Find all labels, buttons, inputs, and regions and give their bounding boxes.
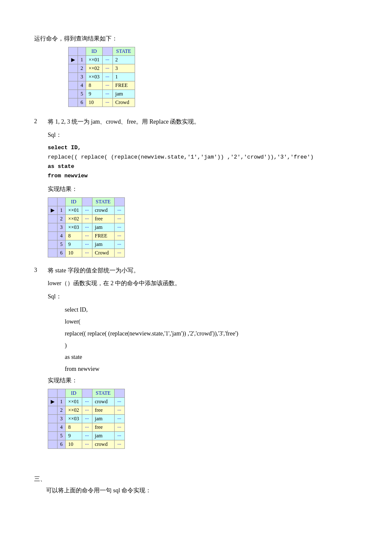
- item2-sql-block: select ID, replace(( replace( (replace(n…: [48, 143, 366, 181]
- table-row-dots: ···: [102, 81, 112, 90]
- row-number: 6: [58, 440, 66, 449]
- table-row-state-dots: ···: [114, 398, 124, 406]
- table-row-state-dots: ···: [114, 214, 124, 223]
- table-row-state: free: [92, 423, 114, 432]
- row-arrow: [48, 406, 58, 415]
- row-number: 3: [78, 73, 86, 81]
- row-number: 5: [78, 90, 86, 98]
- row-number: 4: [58, 423, 66, 432]
- table1-header-state: STATE: [112, 47, 135, 56]
- item2-result-label: 实现结果：: [48, 185, 366, 194]
- table-row-state: jam: [92, 223, 114, 231]
- intro-line: 运行命令，得到查询结果如下：: [34, 34, 366, 43]
- sql-line: as state: [48, 352, 366, 362]
- table-row: 9: [66, 240, 82, 249]
- item2-desc: 将 1, 2, 3 统一为 jam、crowd、free。用 Replace 函…: [48, 117, 366, 127]
- table3-header-id: ID: [66, 389, 82, 398]
- table-row: ××03: [66, 223, 82, 231]
- item3-sql-block: select ID,lower(replace(( replace( (repl…: [48, 305, 366, 374]
- table-row-state: FREE: [112, 81, 135, 90]
- row-number: 2: [58, 214, 66, 223]
- section3-header: 三、: [34, 474, 366, 484]
- row-arrow: [69, 90, 78, 98]
- table-row-state-dots: ···: [114, 440, 124, 449]
- table2-container: ID STATE ▶1××01···crowd···2××02···free··…: [48, 197, 366, 257]
- table-row: 10: [66, 249, 82, 257]
- row-arrow: [69, 98, 78, 107]
- item2: 2 将 1, 2, 3 统一为 jam、crowd、free。用 Replace…: [34, 117, 366, 257]
- item3-desc: 将 state 字段的值全部统一为小写。: [48, 266, 366, 275]
- table-row: 8: [86, 81, 103, 90]
- table-row-state: Crowd: [92, 249, 114, 257]
- table-row: 8: [66, 423, 82, 432]
- table-row: ××02: [86, 64, 103, 73]
- table-row: 9: [66, 432, 82, 440]
- table-row-dots: ···: [102, 56, 112, 64]
- table-row: 10: [86, 98, 103, 107]
- table-row-dots: ···: [82, 440, 92, 449]
- table-row-state: FREE: [92, 231, 114, 240]
- row-number: 6: [78, 98, 86, 107]
- row-arrow: [48, 415, 58, 423]
- table-row-dots: ···: [82, 415, 92, 423]
- row-number: 1: [78, 56, 86, 64]
- item3-number: 3: [34, 266, 48, 274]
- table-row-state-dots: ···: [114, 432, 124, 440]
- row-arrow: ▶: [69, 56, 78, 64]
- table-row-dots: ···: [102, 90, 112, 98]
- table-row-state: jam: [92, 432, 114, 440]
- table-row-dots: ···: [82, 432, 92, 440]
- table-row: ××02: [66, 214, 82, 223]
- table-row: ××03: [66, 415, 82, 423]
- section3: 三、 可以将上面的命令用一句 sql 命令实现：: [34, 474, 366, 495]
- row-number: 5: [58, 432, 66, 440]
- table-row-state: 3: [112, 64, 135, 73]
- row-arrow: [69, 81, 78, 90]
- table-row: ××01: [66, 206, 82, 214]
- table1-container: ID STATE ▶1××01···22××02···33××03···148·…: [68, 47, 366, 107]
- table-row-state: 1: [112, 73, 135, 81]
- table-row: ××01: [86, 56, 103, 64]
- table-row-dots: ···: [102, 64, 112, 73]
- table-row-state-dots: ···: [114, 240, 124, 249]
- row-number: 1: [58, 398, 66, 406]
- table-row-state-dots: ···: [114, 406, 124, 415]
- item3-result-label: 实现结果：: [48, 376, 366, 385]
- table-row-state: jam: [92, 240, 114, 249]
- row-number: 4: [58, 231, 66, 240]
- table-row: 9: [86, 90, 103, 98]
- table-row-state: free: [92, 214, 114, 223]
- table-row-state: Crowd: [112, 98, 135, 107]
- item2-sql-line1: select ID,: [48, 143, 366, 153]
- row-arrow: [48, 440, 58, 449]
- table-row-state: free: [92, 406, 114, 415]
- table-row-state-dots: ···: [114, 249, 124, 257]
- table-row-state: jam: [112, 90, 135, 98]
- table3-header-state: STATE: [92, 389, 114, 398]
- table3-container: ID STATE ▶1××01···crowd···2××02···free··…: [48, 389, 366, 449]
- item2-sql-line3: as state: [48, 162, 366, 171]
- table-row-state: jam: [92, 415, 114, 423]
- table-row-state: crowd: [92, 440, 114, 449]
- row-arrow: [48, 249, 58, 257]
- sql-line: lower(: [48, 317, 366, 327]
- table2: ID STATE ▶1××01···crowd···2××02···free··…: [48, 197, 125, 257]
- row-arrow: ▶: [48, 206, 58, 214]
- row-arrow: [48, 223, 58, 231]
- table-row-dots: ···: [82, 214, 92, 223]
- table1: ID STATE ▶1××01···22××02···33××03···148·…: [68, 47, 135, 107]
- item2-number: 2: [34, 117, 48, 125]
- table-row: ××03: [86, 73, 103, 81]
- table-row-dots: ···: [82, 406, 92, 415]
- row-number: 1: [58, 206, 66, 214]
- table-row-dots: ···: [102, 98, 112, 107]
- row-number: 3: [58, 223, 66, 231]
- row-arrow: [69, 64, 78, 73]
- table-row-dots: ···: [82, 423, 92, 432]
- sql-line: ): [48, 341, 366, 351]
- table-row-dots: ···: [82, 249, 92, 257]
- table-row-dots: ···: [82, 240, 92, 249]
- table-row: 10: [66, 440, 82, 449]
- table-row-state-dots: ···: [114, 231, 124, 240]
- item3-desc2: lower（）函数实现，在 2 中的命令中添加该函数。: [48, 279, 366, 288]
